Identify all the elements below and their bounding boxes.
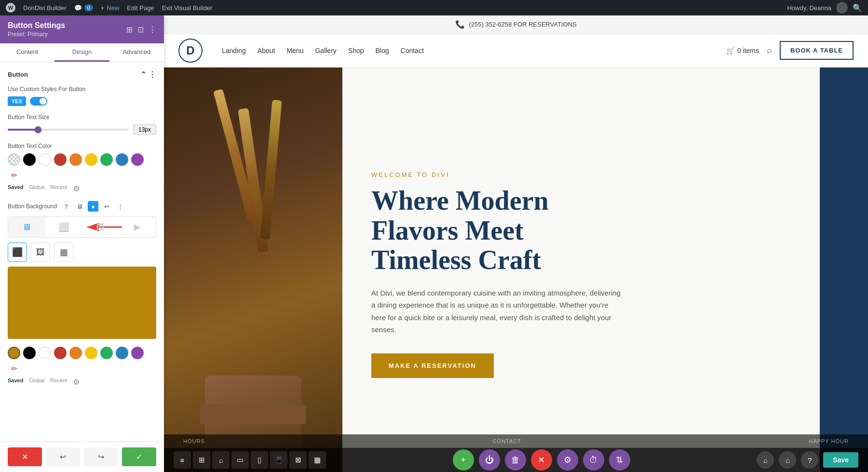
book-table-button[interactable]: BOOK A TABLE — [780, 41, 854, 60]
nav-landing[interactable]: Landing — [222, 47, 246, 54]
toolbar-tablet-btn[interactable]: ▯ — [251, 451, 268, 469]
toolbar-desktop-btn[interactable]: ▭ — [231, 451, 249, 469]
white-swatch-2[interactable] — [39, 347, 51, 359]
orange-swatch-2[interactable] — [69, 347, 82, 359]
pattern-fill-icon[interactable]: ▦ — [54, 243, 73, 262]
color-pen-icon-2[interactable]: ✏ — [8, 362, 20, 375]
nav-about[interactable]: About — [258, 47, 275, 54]
text-size-thumb[interactable] — [35, 126, 41, 133]
search-nav-icon[interactable]: ⌕ — [767, 45, 772, 55]
nav-blog[interactable]: Blog — [376, 47, 389, 54]
saved-tab-2[interactable]: Saved — [8, 378, 23, 387]
add-section-button[interactable]: + — [453, 449, 474, 471]
user-avatar[interactable] — [836, 2, 848, 13]
saved-tab[interactable]: Saved — [8, 184, 23, 193]
text-size-value[interactable]: 13px — [133, 124, 156, 135]
section-collapse-icon[interactable]: ⌃ ⋮ — [140, 70, 156, 79]
wp-bar-right: Howdy, Deanna 🔍 — [787, 2, 862, 13]
site-name[interactable]: DonDivi Builder — [23, 4, 67, 12]
toggle-switch[interactable] — [30, 97, 47, 106]
more-options-icon[interactable]: ⋮ — [149, 25, 156, 34]
bg-more-icon[interactable]: ⋮ — [115, 201, 125, 212]
confirm-button[interactable]: ✓ — [122, 447, 156, 466]
global-tab[interactable]: Global — [29, 184, 44, 193]
yellow-swatch[interactable] — [85, 153, 97, 166]
wp-logo-icon[interactable]: W — [6, 3, 15, 13]
global-tab-2[interactable]: Global — [29, 378, 44, 387]
black-swatch[interactable] — [23, 153, 36, 166]
site-logo[interactable]: D — [178, 39, 203, 63]
nav-gallery[interactable]: Gallery — [315, 47, 336, 54]
gold-swatch-active[interactable] — [8, 347, 20, 359]
help-toolbar-btn[interactable]: ? — [801, 451, 818, 469]
reorder-button[interactable]: ⇅ — [609, 449, 630, 471]
toggle-yes-label[interactable]: YES — [8, 96, 26, 106]
red-swatch-2[interactable] — [54, 347, 67, 359]
layers-toolbar-btn[interactable]: ⌂ — [779, 451, 796, 469]
recent-tab-2[interactable]: Recent — [50, 378, 67, 387]
save-button[interactable]: Save — [823, 452, 858, 468]
redo-button[interactable]: ↪ — [84, 447, 118, 466]
exit-builder-link[interactable]: Exit Visual Builder — [162, 4, 213, 12]
yellow-swatch-2[interactable] — [85, 347, 97, 359]
bg-tab-solid[interactable]: 🖥 — [8, 217, 45, 237]
history-button[interactable]: ⏱ — [583, 449, 604, 471]
toolbar-grid-btn[interactable]: ⊞ — [193, 451, 210, 469]
layout-icon[interactable]: ⊡ — [137, 25, 144, 34]
tab-design[interactable]: Design — [54, 43, 109, 62]
toolbar-mobile-btn[interactable]: 📱 — [270, 451, 287, 469]
cancel-button[interactable]: ✕ — [8, 447, 42, 466]
blue-swatch-2[interactable] — [116, 347, 128, 359]
color-settings-icon[interactable]: ⚙ — [73, 184, 80, 193]
blue-swatch[interactable] — [116, 153, 128, 166]
nav-shop[interactable]: Shop — [348, 47, 364, 54]
new-item-link[interactable]: + New — [101, 4, 120, 12]
edit-page-label: Edit Page — [127, 4, 154, 12]
bg-tab-image[interactable]: 🖼 — [82, 217, 119, 237]
toolbar-search-btn[interactable]: ⌕ — [212, 451, 230, 469]
green-swatch-2[interactable] — [100, 347, 113, 359]
bg-undo-icon[interactable]: ↩ — [101, 201, 112, 212]
bg-action-icons: ? 🖥 ● ↩ ⋮ — [61, 201, 125, 212]
grid-view-icon[interactable]: ⊞ — [126, 25, 133, 34]
undo-button[interactable]: ↩ — [46, 447, 80, 466]
cart-area[interactable]: 🛒 0 items — [726, 47, 759, 54]
tab-content[interactable]: Content — [0, 43, 54, 62]
color-eyedropper-icon[interactable]: ✏ — [8, 169, 20, 181]
toolbar-menu-btn[interactable]: ≡ — [174, 451, 191, 469]
bg-color-preview[interactable] — [8, 267, 156, 339]
search-toolbar-btn[interactable]: ⌕ — [757, 451, 774, 469]
edit-page-link[interactable]: Edit Page — [127, 4, 154, 12]
wp-search-icon[interactable]: 🔍 — [853, 3, 862, 13]
bg-tab-video[interactable]: ▶ — [119, 217, 156, 237]
power-button[interactable]: ⏻ — [479, 449, 500, 471]
nav-contact[interactable]: Contact — [401, 47, 424, 54]
black-swatch-2[interactable] — [23, 347, 36, 359]
red-swatch[interactable] — [54, 153, 67, 166]
toolbar-snap-btn[interactable]: ⊠ — [289, 451, 307, 469]
make-reservation-button[interactable]: MAKE A RESERVATION — [371, 353, 494, 378]
close-button[interactable]: ✕ — [531, 449, 552, 471]
toolbar-layout-btn[interactable]: ▦ — [309, 451, 326, 469]
bg-tab-gradient[interactable]: ⬜ — [45, 217, 82, 237]
purple-swatch-2[interactable] — [131, 347, 144, 359]
recent-tab[interactable]: Recent — [50, 184, 67, 193]
transparent-swatch[interactable] — [8, 153, 20, 166]
green-swatch[interactable] — [100, 153, 113, 166]
bg-desktop-icon[interactable]: 🖥 — [74, 201, 85, 212]
tab-advanced[interactable]: Advanced — [109, 43, 164, 62]
bg-active-icon[interactable]: ● — [88, 201, 98, 212]
white-swatch[interactable] — [39, 153, 51, 166]
orange-swatch[interactable] — [69, 153, 82, 166]
nav-menu[interactable]: Menu — [286, 47, 303, 54]
settings-button[interactable]: ⚙ — [557, 449, 578, 471]
delete-button[interactable]: 🗑 — [505, 449, 526, 471]
purple-swatch[interactable] — [131, 153, 144, 166]
comments-link[interactable]: 💬 0 — [74, 4, 93, 12]
bg-help-icon[interactable]: ? — [61, 201, 71, 212]
color-fill-icon[interactable]: ⬛ — [8, 243, 27, 262]
image-fill-icon[interactable]: 🖼 — [31, 243, 50, 262]
panel-preset: Preset: Primary — [8, 31, 65, 38]
bottom-labels-bar: HOURS CONTACT HAPPY HOUR — [164, 434, 868, 448]
color-settings-icon-2[interactable]: ⚙ — [73, 378, 80, 387]
